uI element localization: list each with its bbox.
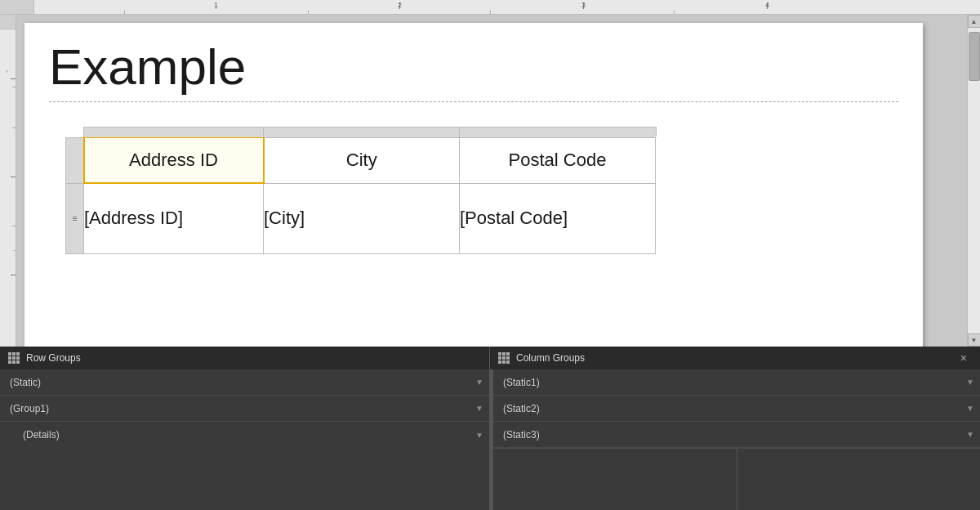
panel-header-row: Row Groups Column Groups × (0, 347, 980, 369)
row-group-static-label: (Static) (10, 377, 470, 388)
column-groups-title: Column Groups (516, 352, 585, 364)
report-table-wrapper: Address ID City Postal Code ≡ [Address I… (65, 127, 657, 254)
panel-header-right: Column Groups × (490, 347, 980, 369)
data-cell-postalcode[interactable]: [Postal Code] (460, 183, 656, 253)
col-handle-2[interactable] (264, 128, 460, 137)
col-group-static2-label: (Static2) (503, 403, 960, 414)
row-group-group1-chevron[interactable]: ▼ (470, 396, 489, 422)
main-area: - Example (0, 15, 980, 347)
row-group-details-chevron[interactable]: ▼ (470, 422, 489, 448)
report-table: Address ID City Postal Code ≡ [Address I… (65, 136, 656, 254)
page-title: Example (49, 39, 898, 95)
header-cell-postalcode[interactable]: Postal Code (460, 137, 656, 183)
col-group-static2[interactable]: (Static2) ▼ (493, 396, 980, 422)
ruler-left-track: - (0, 29, 16, 347)
col-group-static3-chevron[interactable]: ▼ (960, 422, 980, 448)
vscroll-down-btn[interactable]: ▼ (968, 333, 981, 347)
ruler-corner (0, 0, 34, 15)
col-group-static1[interactable]: (Static1) ▼ (493, 369, 980, 396)
row-groups-panel: (Static) ▼ (Group1) ▼ (Details) ▼ (0, 369, 490, 510)
col-group-static1-label: (Static1) (503, 377, 960, 388)
vscroll-track[interactable] (968, 28, 981, 333)
column-groups-panel: (Static1) ▼ (Static2) ▼ (Static3) ▼ (493, 369, 980, 510)
col-group-static3-label: (Static3) (503, 429, 960, 441)
panel-header-left: Row Groups (0, 347, 490, 369)
ruler-left-top (0, 15, 16, 29)
data-cell-addressid[interactable]: [Address ID] (84, 183, 264, 253)
row-handle-header[interactable] (66, 137, 84, 183)
col-handle-1[interactable] (84, 128, 264, 137)
header-cell-city[interactable]: City (264, 137, 460, 183)
page: Example Address ID City Po (24, 23, 923, 347)
panel-rows: (Static) ▼ (Group1) ▼ (Details) ▼ (Stati… (0, 369, 980, 510)
col-group-static1-chevron[interactable]: ▼ (960, 369, 980, 396)
row-group-details-label: (Details) (23, 429, 470, 441)
row-group-group1-label: (Group1) (10, 403, 470, 414)
col-group-static2-chevron[interactable]: ▼ (960, 396, 980, 422)
row-groups-title: Row Groups (26, 352, 81, 364)
row-handle-data[interactable]: ≡ (66, 183, 84, 253)
vscroll-thumb[interactable] (969, 32, 980, 81)
page-divider (49, 101, 898, 102)
col-group-static3[interactable]: (Static3) ▼ (493, 422, 980, 448)
bottom-panel: Row Groups Column Groups × (0, 347, 980, 510)
row-groups-icon (8, 352, 20, 364)
header-row: Address ID City Postal Code (66, 137, 656, 183)
col-handle-3[interactable] (460, 128, 656, 137)
column-groups-close-btn[interactable]: × (956, 351, 972, 365)
row-handle-icon: ≡ (66, 214, 83, 223)
ruler-track-top: 1 2 3 4 (34, 0, 980, 14)
row-group-static[interactable]: (Static) ▼ (0, 369, 489, 396)
column-handles (83, 127, 657, 136)
column-groups-icon (498, 352, 510, 364)
vertical-divider (737, 449, 737, 510)
row-group-group1[interactable]: (Group1) ▼ (0, 396, 489, 422)
row-group-details[interactable]: (Details) ▼ (0, 422, 489, 448)
ruler-left: - (0, 15, 16, 347)
header-cell-addressid[interactable]: Address ID (84, 137, 264, 183)
ruler-top: 1 2 3 4 (0, 0, 980, 15)
vscroll-up-btn[interactable]: ▲ (968, 15, 981, 28)
scrollbar-right[interactable]: ▲ ▼ (967, 15, 980, 347)
data-cell-city[interactable]: [City] (264, 183, 460, 253)
data-row-1: ≡ [Address ID] [City] [Postal Code] (66, 183, 656, 253)
canvas-area: Example Address ID City Po (16, 15, 967, 347)
row-group-static-chevron[interactable]: ▼ (470, 369, 489, 396)
